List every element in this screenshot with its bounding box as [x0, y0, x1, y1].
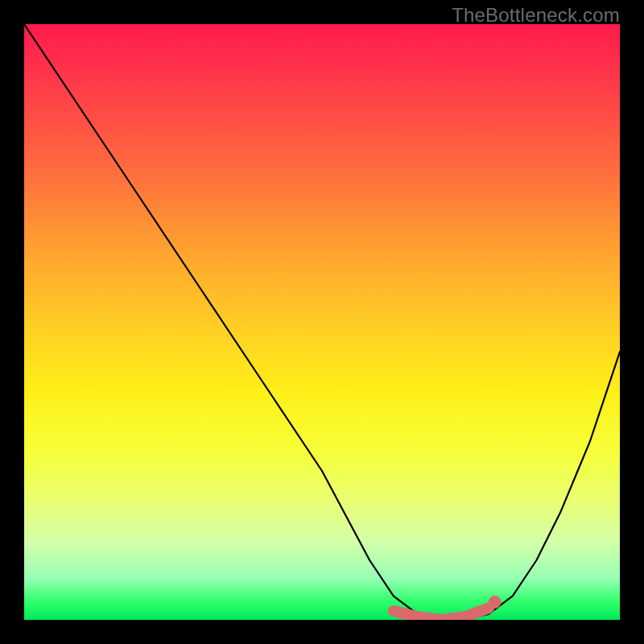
watermark-text: TheBottleneck.com: [452, 4, 620, 27]
curve-layer: [24, 24, 620, 620]
bottleneck-curve: [24, 24, 620, 620]
valley-highlight: [394, 608, 489, 620]
valley-endpoint-dot: [489, 596, 502, 609]
gradient-plot-area: [24, 24, 620, 620]
chart-frame: TheBottleneck.com: [0, 0, 644, 644]
